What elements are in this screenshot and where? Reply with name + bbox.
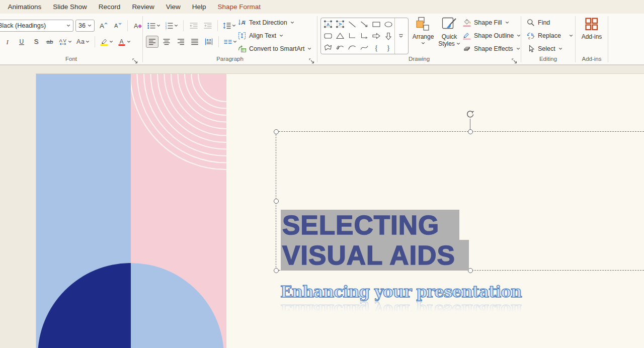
numbering-button[interactable]: 123 — [164, 20, 180, 32]
shape-gallery-more-button[interactable] — [394, 18, 407, 54]
text-highlight-color-button[interactable] — [99, 36, 115, 48]
triangle-shape-button[interactable] — [334, 30, 346, 42]
italic-button[interactable]: I — [1, 36, 14, 48]
character-spacing-button[interactable]: AV — [57, 36, 73, 48]
distributed-button[interactable] — [202, 36, 215, 48]
resize-handle-top-left[interactable] — [274, 129, 279, 134]
vertical-text-box-shape-button[interactable]: A — [334, 19, 346, 30]
font-color-button[interactable]: A — [116, 36, 132, 48]
svg-text:A: A — [120, 38, 124, 45]
rectangle-shape-button[interactable] — [370, 19, 382, 30]
font-group-label: Font — [0, 56, 142, 62]
align-right-button[interactable] — [174, 36, 187, 48]
svg-text:}: } — [387, 44, 390, 52]
underline-button[interactable]: U — [15, 36, 28, 48]
arc-shape-button[interactable] — [346, 42, 358, 53]
chevron-down-icon — [307, 47, 311, 50]
find-button[interactable]: Find — [525, 17, 551, 29]
elbow-connector-shape-button[interactable] — [346, 30, 358, 42]
line-spacing-button[interactable] — [221, 20, 237, 32]
resize-handle-bottom-left[interactable] — [274, 268, 279, 273]
italic-icon: I — [4, 38, 12, 46]
shape-gallery: AA{} — [320, 18, 409, 54]
resize-handle-middle-left[interactable] — [274, 199, 279, 204]
tab-help[interactable]: Help — [186, 3, 212, 11]
oval-shape-button[interactable] — [382, 19, 394, 30]
increase-indent-button[interactable] — [201, 20, 214, 32]
change-case-button[interactable]: Aa — [75, 36, 91, 48]
down-arrow-shape-button[interactable] — [382, 30, 394, 42]
align-left-button[interactable] — [146, 36, 158, 48]
font-dialog-launcher[interactable] — [132, 57, 138, 63]
addins-button[interactable]: Add-ins — [581, 17, 602, 40]
bullets-button[interactable] — [146, 20, 162, 32]
decrease-indent-button[interactable] — [187, 20, 200, 32]
align-center-button[interactable] — [160, 36, 173, 48]
smartart-icon — [238, 45, 246, 53]
right-brace-shape-button[interactable]: } — [382, 42, 394, 53]
title-line-1[interactable]: SELECTING — [281, 210, 459, 240]
subtitle-text[interactable]: Enhancing your presentation — [280, 282, 522, 302]
line-shape-button[interactable] — [346, 19, 358, 30]
arrow-shape-button[interactable] — [358, 19, 370, 30]
arrange-button[interactable]: Arrange — [411, 17, 435, 45]
align-right-icon — [177, 38, 185, 46]
elbow-arrow-shape-button[interactable] — [358, 30, 370, 42]
svg-text:c: c — [528, 36, 530, 40]
rotate-handle-icon[interactable] — [466, 110, 474, 119]
svg-text:I: I — [6, 38, 9, 46]
align-text-icon — [238, 32, 246, 40]
font-name-combobox[interactable]: Black (Headings) — [0, 20, 73, 32]
tab-review[interactable]: Review — [126, 3, 160, 11]
resize-handle-top-middle[interactable] — [468, 129, 473, 134]
align-text-button[interactable]: Align Text — [236, 30, 285, 42]
ribbon-tab-bar: AnimationsSlide ShowRecordReviewViewHelp… — [0, 0, 644, 14]
tab-slide-show[interactable]: Slide Show — [47, 3, 93, 11]
rounded-rectangle-shape-button[interactable] — [322, 30, 334, 42]
bullets-icon — [147, 22, 155, 30]
freeform-shape-button[interactable] — [322, 42, 334, 53]
tab-shape-format[interactable]: Shape Format — [212, 3, 267, 11]
character-spacing-icon: AV — [59, 38, 67, 46]
scribble-shape-button[interactable] — [334, 42, 346, 53]
paragraph-dialog-launcher[interactable] — [309, 57, 315, 63]
svg-text:{: { — [375, 44, 378, 52]
drawing-dialog-launcher[interactable] — [512, 57, 518, 63]
curve-shape-button[interactable] — [358, 42, 370, 53]
chevron-down-icon — [109, 40, 113, 43]
justify-button[interactable] — [188, 36, 201, 48]
select-button[interactable]: Select — [525, 43, 564, 55]
quick-styles-button[interactable]: Quick Styles — [436, 17, 462, 47]
addins-group-label: Add-ins — [576, 56, 608, 62]
right-arrow-shape-button[interactable] — [370, 30, 382, 42]
shape-outline-button[interactable]: Shape Outline — [461, 30, 522, 42]
title-line-2[interactable]: VISUAL AIDS — [281, 240, 469, 271]
text-direction-button[interactable]: AText Direction — [236, 17, 296, 29]
svg-text:A: A — [134, 23, 138, 30]
convert-to-smartart-button[interactable]: Convert to SmartArt — [236, 43, 313, 55]
decrease-font-size-button[interactable]: A — [111, 20, 124, 32]
text-shadow-button[interactable]: SS — [29, 36, 42, 48]
font-size-combobox[interactable]: 36 — [75, 20, 95, 32]
rotate-handle-stem — [470, 119, 470, 129]
strikethrough-button[interactable]: ab — [43, 36, 56, 48]
strikethrough-icon: ab — [46, 38, 54, 46]
shape-fill-button[interactable]: Shape Fill — [461, 17, 511, 29]
title-text-box[interactable]: SELECTING VISUAL AIDS — [281, 210, 469, 271]
replace-button[interactable]: bcReplace — [525, 30, 575, 42]
shape-effects-button[interactable]: Shape Effects — [461, 43, 522, 55]
slide-decoration-shapes[interactable] — [36, 74, 226, 348]
addins-icon — [584, 17, 600, 32]
svg-text:V: V — [63, 38, 67, 43]
text-box-shape-button[interactable]: A — [322, 19, 334, 30]
chevron-down-icon[interactable] — [88, 24, 92, 27]
svg-text:A: A — [338, 23, 343, 26]
increase-font-size-button[interactable]: A — [97, 20, 110, 32]
tab-record[interactable]: Record — [93, 3, 126, 11]
left-brace-shape-button[interactable]: { — [370, 42, 382, 53]
tab-view[interactable]: View — [160, 3, 186, 11]
font-group: Black (Headings) 36 AAA IUSSabAVAaA Font — [0, 14, 142, 64]
tab-animations[interactable]: Animations — [2, 3, 47, 11]
chevron-down-icon — [156, 24, 160, 27]
chevron-down-icon[interactable] — [66, 24, 70, 27]
